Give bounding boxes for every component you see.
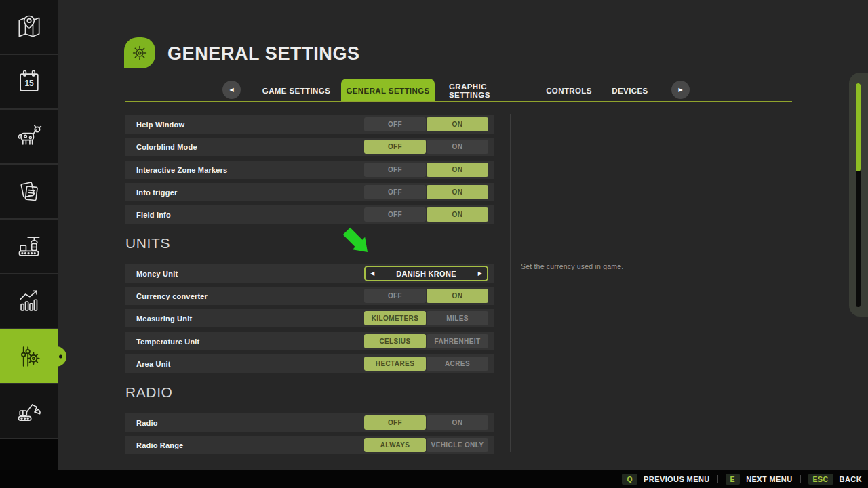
toggle-option-on[interactable]: ON: [427, 207, 488, 222]
page-icon-badge: [124, 37, 155, 68]
toggle-option-off[interactable]: OFF: [364, 207, 426, 222]
setting-row-radio: Radio OFF ON: [125, 413, 494, 432]
toggle-option-hectares[interactable]: HECTARES: [364, 357, 426, 371]
section-title-units: UNITS: [125, 235, 170, 251]
toggle-option-off[interactable]: OFF: [364, 140, 426, 154]
hotkey-label: PREVIOUS MENU: [644, 475, 710, 483]
tab-controls[interactable]: CONTROLS: [547, 79, 591, 102]
toggle-option-on[interactable]: ON: [427, 163, 488, 177]
sidebar-item-construction[interactable]: [0, 384, 58, 439]
toggle-option-fahrenheit[interactable]: FAHRENHEIT: [427, 334, 488, 348]
hotkey-previous-menu[interactable]: Q PREVIOUS MENU: [622, 474, 709, 485]
panel-divider: [510, 114, 511, 452]
tab-underline: [125, 101, 792, 102]
page-title: GENERAL SETTINGS: [167, 43, 360, 64]
setting-row-money-unit: Money Unit ◀ DANISH KRONE ▶: [125, 264, 494, 283]
setting-label: Measuring Unit: [136, 314, 192, 323]
toggle-option-on[interactable]: ON: [427, 289, 488, 303]
setting-row-interactive-zone-markers: Interactive Zone Markers OFF ON: [125, 161, 494, 179]
toggle-option-on[interactable]: ON: [427, 415, 488, 430]
toggle-option-miles[interactable]: MILES: [427, 311, 488, 325]
setting-description: Set the currency used in game.: [521, 262, 623, 270]
setting-row-help-window: Help Window OFF ON: [125, 115, 494, 134]
setting-label: Temperature Unit: [136, 338, 199, 346]
calendar-icon: 15: [14, 67, 44, 97]
sidebar-item-statistics[interactable]: [0, 274, 58, 329]
setting-row-currency-converter: Currency converter OFF ON: [125, 287, 494, 305]
setting-label: Radio Range: [136, 441, 183, 449]
sidebar-item-animals[interactable]: [0, 110, 58, 165]
toggle-option-vehicle-only[interactable]: VEHICLE ONLY: [427, 438, 488, 452]
toggle-option-kilometers[interactable]: KILOMETERS: [364, 311, 426, 325]
money-unit-value: DANISH KRONE: [374, 270, 478, 278]
toggle-option-off[interactable]: OFF: [364, 185, 426, 199]
chevron-right-icon: ▶: [678, 87, 682, 93]
setting-label: Radio: [136, 419, 158, 427]
toggle-option-off[interactable]: OFF: [364, 117, 426, 131]
setting-row-field-info: Field Info OFF ON: [125, 205, 494, 224]
chevron-left-icon: ◀: [229, 87, 233, 93]
key-badge-esc: ESC: [808, 474, 833, 485]
sidebar-item-contracts[interactable]: [0, 165, 58, 220]
production-icon: [14, 232, 44, 262]
general-settings-screen: 15: [0, 0, 868, 488]
toggle-radio: OFF ON: [364, 415, 488, 430]
svg-text:15: 15: [24, 79, 34, 88]
key-badge-q: Q: [622, 474, 637, 485]
key-badge-e: E: [726, 474, 741, 485]
hotkey-label: NEXT MENU: [746, 475, 792, 483]
sidebar-item-map[interactable]: [0, 0, 58, 55]
footer-separator: [800, 475, 801, 483]
toggle-option-always[interactable]: ALWAYS: [364, 438, 426, 452]
toggle-measuring-unit: KILOMETERS MILES: [364, 311, 488, 325]
setting-label: Field Info: [136, 211, 171, 219]
setting-row-radio-range: Radio Range ALWAYS VEHICLE ONLY: [125, 436, 494, 454]
selector-next-icon[interactable]: ▶: [478, 271, 482, 277]
toggle-radio-range: ALWAYS VEHICLE ONLY: [364, 438, 488, 452]
toggle-option-off[interactable]: OFF: [364, 289, 426, 303]
footer-separator: [717, 475, 718, 483]
setting-label: Colorblind Mode: [136, 143, 197, 151]
toggle-help-window: OFF ON: [364, 117, 488, 131]
setting-row-temperature-unit: Temperature Unit CELSIUS FAHRENHEIT: [125, 332, 494, 350]
toggle-option-on[interactable]: ON: [427, 117, 488, 131]
active-item-dot: [59, 354, 62, 358]
toggle-currency-converter: OFF ON: [364, 289, 488, 303]
tab-graphic-settings[interactable]: GRAPHIC SETTINGS: [449, 79, 525, 102]
mouse-cursor-icon: [342, 227, 370, 254]
sidebar: 15: [0, 0, 58, 470]
hotkey-next-menu[interactable]: E NEXT MENU: [726, 474, 793, 485]
toggle-option-off[interactable]: OFF: [364, 415, 426, 430]
toggle-field-info: OFF ON: [364, 207, 488, 222]
sidebar-item-calendar[interactable]: 15: [0, 55, 58, 110]
setting-label: Money Unit: [136, 270, 178, 278]
animals-icon: [14, 122, 44, 152]
setting-label: Currency converter: [136, 292, 208, 300]
tab-general-settings[interactable]: GENERAL SETTINGS: [341, 79, 435, 102]
toggle-interactive-zone-markers: OFF ON: [364, 163, 488, 177]
toggle-option-celsius[interactable]: CELSIUS: [364, 334, 426, 348]
tabs-next-button[interactable]: ▶: [671, 81, 690, 99]
tab-devices[interactable]: DEVICES: [608, 79, 652, 102]
sidebar-item-production[interactable]: [0, 220, 58, 274]
tab-game-settings[interactable]: GAME SETTINGS: [260, 79, 333, 102]
toggle-option-acres[interactable]: ACRES: [427, 357, 488, 371]
hotkey-back[interactable]: ESC BACK: [808, 474, 862, 485]
toggle-info-trigger: OFF ON: [364, 185, 488, 199]
setting-row-measuring-unit: Measuring Unit KILOMETERS MILES: [125, 309, 494, 327]
contracts-icon: [14, 177, 44, 207]
toggle-temperature-unit: CELSIUS FAHRENHEIT: [364, 334, 488, 348]
setting-row-area-unit: Area Unit HECTARES ACRES: [125, 354, 494, 373]
setting-row-info-trigger: Info trigger OFF ON: [125, 183, 494, 201]
toggle-option-on[interactable]: ON: [427, 185, 488, 199]
settings-icon: [14, 342, 44, 371]
toggle-option-on[interactable]: ON: [427, 140, 488, 154]
footer-hotkey-bar: Q PREVIOUS MENU E NEXT MENU ESC BACK: [0, 470, 868, 488]
toggle-option-off[interactable]: OFF: [364, 163, 426, 177]
setting-label: Area Unit: [136, 360, 171, 368]
scrollbar-thumb[interactable]: [856, 83, 861, 171]
tabs-prev-button[interactable]: ◀: [222, 81, 241, 99]
section-title-radio: RADIO: [125, 384, 173, 401]
money-unit-selector[interactable]: ◀ DANISH KRONE ▶: [364, 266, 488, 281]
sidebar-item-settings[interactable]: [0, 329, 58, 384]
